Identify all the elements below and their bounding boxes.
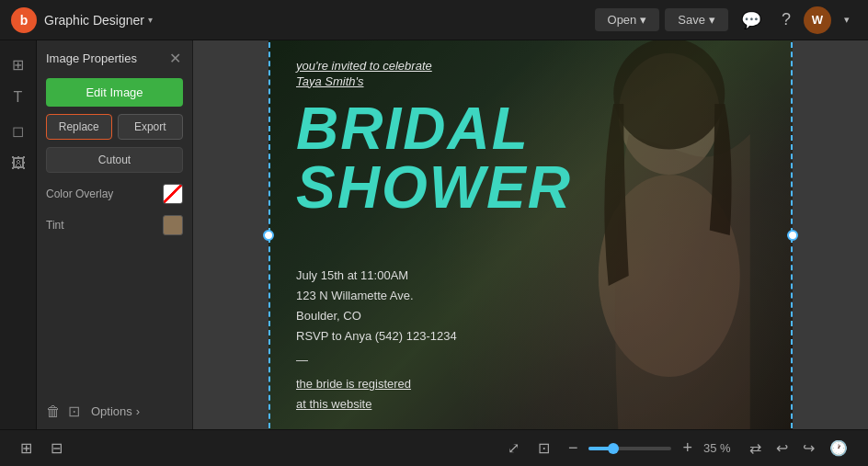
redo-icon[interactable]: ↪ <box>797 436 820 460</box>
bottom-right-icons: ⇄ ↩ ↪ 🕐 <box>744 436 853 460</box>
undo-icon[interactable]: ↩ <box>771 436 794 460</box>
bottombar: ⊞ ⊟ ⤢ ⊡ − + 35 % ⇄ ↩ ↪ 🕐 <box>0 429 868 466</box>
text-icon[interactable]: T <box>4 83 33 112</box>
topbar-actions: Open ▾ Save ▾ 💬 ? W ▾ <box>595 6 857 34</box>
card-address1: 123 N Willamette Ave. <box>296 286 765 306</box>
delete-icon[interactable]: 🗑 <box>46 403 61 420</box>
cutout-button[interactable]: Cutout <box>46 147 183 173</box>
card-title-line1: BRIDAL <box>296 99 765 158</box>
zoom-out-button[interactable]: − <box>563 437 584 460</box>
handle-middle-left[interactable] <box>263 230 274 241</box>
export-button[interactable]: Export <box>118 114 184 140</box>
props-header: Image Properties ✕ <box>46 50 183 67</box>
color-overlay-swatch[interactable] <box>163 184 183 204</box>
card-details: July 15th at 11:00AM 123 N Willamette Av… <box>296 266 765 415</box>
open-button[interactable]: Open ▾ <box>595 8 660 31</box>
layers-bottom-icon[interactable]: ⊞ <box>15 436 38 460</box>
duplicate-icon[interactable]: ⊡ <box>68 403 80 420</box>
avatar-chevron-icon[interactable]: ▾ <box>837 10 857 29</box>
grid-bottom-icon[interactable]: ⊟ <box>45 436 68 460</box>
open-chevron-icon: ▾ <box>640 13 646 27</box>
image-icon[interactable]: 🖼 <box>4 149 33 178</box>
title-chevron-icon: ▾ <box>148 15 153 25</box>
options-button[interactable]: Options › <box>91 404 140 418</box>
save-button[interactable]: Save ▾ <box>665 8 728 31</box>
card-title: BRIDAL SHOWER <box>296 99 765 217</box>
main-area: ⊞ T ◻ 🖼 Image Properties ✕ Edit Image Re… <box>0 40 868 429</box>
tint-label: Tint <box>46 219 64 232</box>
card-link1: the bride is registered <box>296 374 765 394</box>
card-date: July 15th at 11:00AM <box>296 266 765 286</box>
options-chevron-icon: › <box>136 404 140 418</box>
zoom-slider-track <box>588 447 671 450</box>
props-title: Image Properties <box>46 51 137 65</box>
color-overlay-label: Color Overlay <box>46 188 113 200</box>
zoom-controls: − + 35 % <box>563 437 737 460</box>
fit-icon[interactable]: ⤢ <box>502 436 525 460</box>
tint-row: Tint <box>46 215 183 235</box>
app-logo[interactable]: b <box>11 7 37 33</box>
card-subtitle-line2: Taya Smith's <box>296 74 765 88</box>
properties-panel: Image Properties ✕ Edit Image Replace Ex… <box>37 40 193 429</box>
zoom-slider-thumb[interactable] <box>608 443 619 454</box>
app-title: Graphic Designer ▾ <box>44 13 153 28</box>
card-link2: at this website <box>296 394 765 415</box>
card-title-line2: SHOWER <box>296 158 765 217</box>
replace-button[interactable]: Replace <box>46 114 112 140</box>
avatar[interactable]: W <box>804 6 831 34</box>
history-icon[interactable]: 🕐 <box>824 436 853 460</box>
save-chevron-icon: ▾ <box>709 13 715 27</box>
left-toolbar: ⊞ T ◻ 🖼 <box>0 40 37 429</box>
help-icon-button[interactable]: ? <box>774 6 798 33</box>
card-subtitle: you're invited to celebrate Taya Smith's <box>296 59 765 90</box>
zoom-in-button[interactable]: + <box>677 437 698 460</box>
fullscreen-icon[interactable]: ⊡ <box>532 436 555 460</box>
canvas-area: you're invited to celebrate Taya Smith's… <box>193 40 868 429</box>
replace-export-row: Replace Export <box>46 114 183 140</box>
layers-icon[interactable]: ⊞ <box>4 50 33 79</box>
card-address2: Boulder, CO <box>296 306 765 326</box>
props-bottom: 🗑 ⊡ Options › <box>46 403 183 420</box>
shapes-icon[interactable]: ◻ <box>4 116 33 145</box>
handle-middle-right[interactable] <box>787 230 798 241</box>
close-button[interactable]: ✕ <box>167 50 183 67</box>
invitation-wrapper: you're invited to celebrate Taya Smith's… <box>268 40 793 429</box>
invitation-card: you're invited to celebrate Taya Smith's… <box>268 40 793 429</box>
card-content: you're invited to celebrate Taya Smith's… <box>268 40 793 429</box>
zoom-percent-label: 35 % <box>703 441 737 455</box>
color-overlay-row: Color Overlay <box>46 184 183 204</box>
card-rsvp: RSVP to Anya (542) 123-1234 <box>296 326 765 347</box>
tint-swatch[interactable] <box>163 215 183 235</box>
fit-width-icon[interactable]: ⇄ <box>744 436 767 460</box>
card-dash: — <box>296 350 765 370</box>
card-subtitle-line1: you're invited to celebrate <box>296 59 765 73</box>
chat-icon-button[interactable]: 💬 <box>734 6 769 34</box>
topbar: b Graphic Designer ▾ Open ▾ Save ▾ 💬 ? W… <box>0 0 868 40</box>
edit-image-button[interactable]: Edit Image <box>46 78 183 107</box>
